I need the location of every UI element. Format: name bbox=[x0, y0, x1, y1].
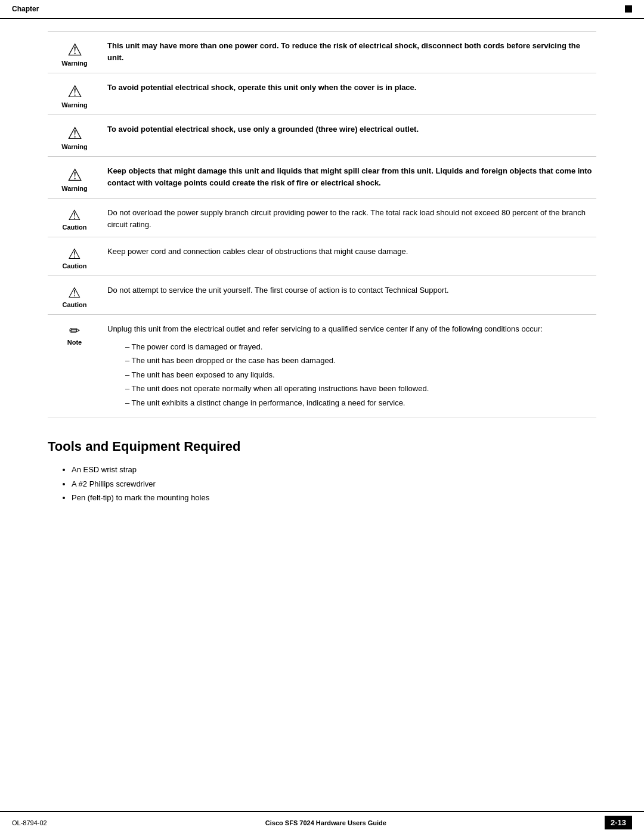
caution-label-col-2: ⚠ Caution bbox=[48, 246, 107, 270]
warning-label-1: Warning bbox=[61, 60, 88, 67]
caution-row-2: ⚠ Caution Keep power cord and connection… bbox=[48, 237, 596, 276]
footer-right: 2-13 bbox=[605, 816, 632, 829]
warning-text-1: This unit may have more than one power c… bbox=[107, 40, 596, 63]
caution-text-1: Do not overload the power supply branch … bbox=[107, 207, 596, 230]
warning-label-col-4: ⚠ Warning bbox=[48, 165, 107, 192]
note-text-1: Unplug this unit from the electrical out… bbox=[107, 323, 596, 411]
note-list-item-5: The unit exhibits a distinct change in p… bbox=[125, 397, 596, 409]
warning-label-col-3: ⚠ Warning bbox=[48, 123, 107, 150]
caution-row-1: ⚠ Caution Do not overload the power supp… bbox=[48, 199, 596, 237]
caution-row-3: ⚠ Caution Do not attempt to service the … bbox=[48, 276, 596, 315]
caution-icon-3: ⚠ bbox=[68, 284, 81, 301]
note-label-col-1: ✏ Note bbox=[48, 323, 107, 346]
caution-label-col-3: ⚠ Caution bbox=[48, 284, 107, 308]
warning-icon-3: ⚠ bbox=[67, 123, 82, 143]
warning-label-col-1: ⚠ Warning bbox=[48, 40, 107, 67]
tool-item-1: An ESD wrist strap bbox=[72, 464, 596, 476]
tool-item-2: A #2 Phillips screwdriver bbox=[72, 478, 596, 490]
chapter-label: Chapter bbox=[12, 5, 39, 13]
warning-row-1: ⚠ Warning This unit may have more than o… bbox=[48, 31, 596, 73]
warning-label-4: Warning bbox=[61, 185, 88, 192]
caution-text-3: Do not attempt to service the unit yours… bbox=[107, 284, 596, 296]
warning-text-2: To avoid potential electrical shock, ope… bbox=[107, 82, 596, 94]
note-list-item-1: The power cord is damaged or frayed. bbox=[125, 341, 596, 353]
caution-label-col-1: ⚠ Caution bbox=[48, 207, 107, 231]
warning-text-4: Keep objects that might damage this unit… bbox=[107, 165, 596, 188]
warning-icon-4: ⚠ bbox=[67, 165, 82, 185]
warning-icon-2: ⚠ bbox=[67, 82, 82, 101]
note-dash-list: The power cord is damaged or frayed. The… bbox=[125, 341, 596, 409]
warning-row-2: ⚠ Warning To avoid potential electrical … bbox=[48, 73, 596, 115]
header-corner-block bbox=[625, 5, 632, 13]
page-header: Chapter bbox=[0, 0, 644, 19]
footer-center: Cisco SFS 7024 Hardware Users Guide bbox=[47, 819, 605, 826]
caution-icon-1: ⚠ bbox=[68, 207, 81, 224]
caution-label-2: Caution bbox=[63, 262, 87, 270]
caution-label-3: Caution bbox=[63, 301, 87, 308]
warning-row-3: ⚠ Warning To avoid potential electrical … bbox=[48, 115, 596, 157]
note-icon-1: ✏ bbox=[69, 323, 80, 339]
caution-text-2: Keep power cord and connection cables cl… bbox=[107, 246, 596, 258]
note-row-1: ✏ Note Unplug this unit from the electri… bbox=[48, 315, 596, 417]
caution-label-1: Caution bbox=[63, 224, 87, 231]
warning-label-col-2: ⚠ Warning bbox=[48, 82, 107, 109]
note-label-1: Note bbox=[67, 339, 82, 346]
tools-list: An ESD wrist strap A #2 Phillips screwdr… bbox=[72, 464, 596, 504]
warning-icon-1: ⚠ bbox=[67, 40, 82, 60]
warning-row-4: ⚠ Warning Keep objects that might damage… bbox=[48, 157, 596, 199]
footer-left: OL-8794-02 bbox=[12, 819, 47, 826]
page-footer: OL-8794-02 Cisco SFS 7024 Hardware Users… bbox=[0, 811, 644, 833]
warning-label-3: Warning bbox=[61, 143, 88, 150]
main-content: ⚠ Warning This unit may have more than o… bbox=[0, 19, 644, 542]
warning-label-2: Warning bbox=[61, 101, 88, 109]
tool-item-3: Pen (felt-tip) to mark the mounting hole… bbox=[72, 492, 596, 504]
note-list-item-2: The unit has been dropped or the case ha… bbox=[125, 355, 596, 367]
warning-text-3: To avoid potential electrical shock, use… bbox=[107, 123, 596, 135]
note-list-item-4: The unit does not operate normally when … bbox=[125, 383, 596, 395]
caution-icon-2: ⚠ bbox=[68, 246, 81, 262]
section-heading: Tools and Equipment Required bbox=[48, 439, 596, 454]
note-list-item-3: The unit has been exposed to any liquids… bbox=[125, 369, 596, 381]
